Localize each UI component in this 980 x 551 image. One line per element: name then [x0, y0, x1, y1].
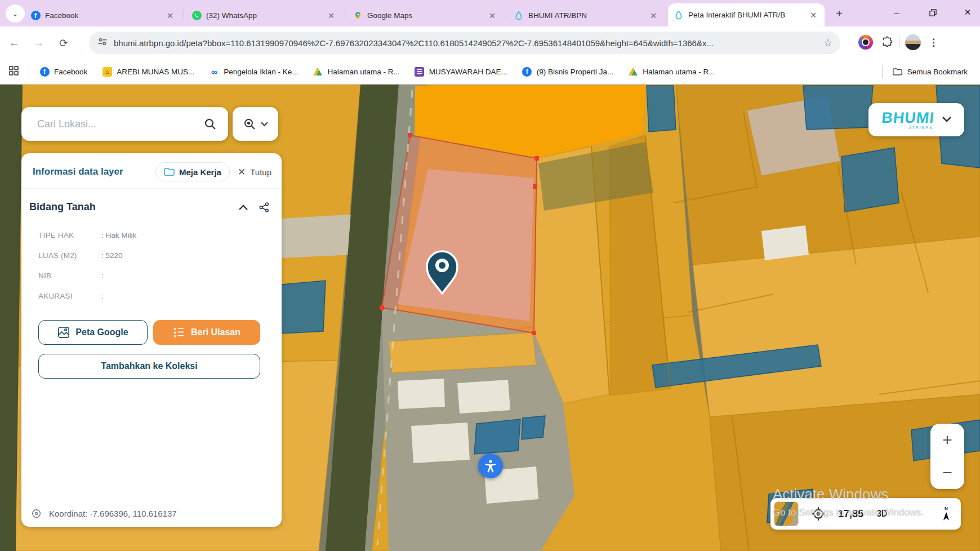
extensions-puzzle-icon[interactable] [881, 35, 893, 50]
zoom-out-button[interactable]: − [930, 456, 964, 489]
tab-peta-interaktif-active[interactable]: Peta Interaktif BHUMI ATR/B ✕ [668, 3, 825, 26]
folder-icon [893, 66, 903, 77]
tab-google-maps[interactable]: Google Maps ✕ [347, 5, 504, 26]
beri-ulasan-button[interactable]: Beri Ulasan [153, 320, 260, 345]
bookmark-bisnis-properti[interactable]: f (9) Bisnis Properti Ja... [522, 66, 614, 77]
bookmark-arebi[interactable]: ⌂ AREBI MUNAS MUS... [102, 66, 194, 77]
tab-search-button[interactable]: ⌄ [6, 5, 25, 23]
parcel[interactable] [280, 214, 357, 258]
field-row: TIPE HAK : Hak Milik [38, 231, 282, 239]
profile-avatar[interactable] [905, 34, 921, 50]
browser-toolbar: ← → ⟳ bhumi.atrbpn.go.id/peta?bbox=110.6… [0, 26, 980, 59]
parcel-fields: TIPE HAK : Hak Milik LUAS (M2) : 5220 NI… [21, 216, 282, 312]
tab-close-icon[interactable]: ✕ [648, 10, 659, 21]
location-search-box[interactable] [21, 107, 228, 141]
parcel[interactable] [398, 379, 445, 409]
chevron-down-icon [261, 122, 268, 127]
blue-parcel[interactable] [803, 86, 873, 130]
zoom-control: + − [930, 424, 964, 489]
3d-mode-button[interactable]: 3D [877, 508, 887, 519]
parcel-vertex-handle[interactable] [380, 305, 384, 310]
tab-close-icon[interactable]: ✕ [808, 10, 819, 21]
parcel[interactable] [457, 380, 510, 414]
tab-strip: ⌄ f Facebook ✕ (32) WhatsApp ✕ [0, 0, 980, 26]
review-stars-icon [173, 327, 185, 338]
bookmark-pengelola-iklan[interactable]: ∞ Pengelola Iklan - Ke... [209, 66, 298, 77]
search-mode-dropdown[interactable] [233, 107, 278, 141]
tab-title: Facebook [45, 11, 160, 20]
bookmark-label: Halaman utama - R... [643, 68, 715, 76]
compass-icon[interactable]: N [941, 505, 952, 522]
site-settings-icon[interactable] [97, 36, 108, 50]
parcel[interactable] [761, 225, 809, 260]
search-icon[interactable] [203, 117, 217, 131]
collapse-chevron-up-icon[interactable] [239, 205, 248, 210]
bhumi-layer-switcher[interactable]: BHUMI ATR/BPN [868, 103, 964, 136]
field-row: LUAS (M2) : 5220 [38, 251, 282, 260]
apps-grid-icon[interactable] [9, 66, 19, 77]
bookmark-label: (9) Bisnis Properti Ja... [537, 68, 614, 76]
tab-close-icon[interactable]: ✕ [164, 10, 176, 21]
meja-kerja-button[interactable]: Meja Kerja [155, 162, 230, 181]
parcel[interactable] [411, 423, 470, 463]
parcel-vertex-handle[interactable] [532, 331, 536, 335]
tab-close-icon[interactable]: ✕ [326, 10, 337, 21]
blue-parcel[interactable] [647, 86, 676, 132]
whatsapp-icon [191, 11, 202, 21]
address-bar[interactable]: bhumi.atrbpn.go.id/peta?bbox=110.6131990… [89, 32, 840, 54]
reload-icon[interactable]: ⟳ [53, 32, 74, 54]
field-label: TIPE HAK [38, 231, 101, 239]
field-value: : 5220 [101, 251, 123, 260]
new-tab-button[interactable]: + [832, 7, 846, 20]
bookmark-facebook[interactable]: f Facebook [39, 66, 87, 77]
svg-text:N: N [945, 506, 948, 511]
info-data-layer-panel: Informasi data layer Meja Kerja ✕ Tutup … [21, 153, 282, 527]
map-canvas[interactable]: Informasi data layer Meja Kerja ✕ Tutup … [0, 85, 980, 551]
arebi-icon: ⌂ [102, 66, 112, 77]
bookmark-halaman-utama-1[interactable]: Halaman utama - R... [313, 66, 399, 77]
share-icon[interactable] [259, 202, 269, 212]
locate-me-icon[interactable] [811, 506, 826, 521]
all-bookmarks-button[interactable]: Semua Bookmark [893, 66, 968, 77]
tab-separator [506, 9, 506, 20]
forward-icon[interactable]: → [28, 32, 50, 54]
url-text[interactable]: bhumi.atrbpn.go.id/peta?bbox=110.6131990… [114, 38, 823, 48]
parcel-vertex-handle[interactable] [408, 133, 412, 137]
blue-parcel[interactable] [279, 281, 326, 334]
parcel-vertex-handle[interactable] [534, 156, 539, 161]
restore-button[interactable] [917, 0, 948, 25]
camera-extension-icon[interactable] [858, 35, 873, 50]
tab-whatsapp[interactable]: (32) WhatsApp ✕ [186, 5, 342, 26]
peta-google-button[interactable]: Peta Google [38, 320, 148, 345]
field-value: : [101, 272, 104, 280]
tab-bhumi[interactable]: BHUMI ATR/BPN ✕ [508, 5, 665, 26]
back-icon[interactable]: ← [3, 32, 25, 54]
tab-facebook[interactable]: f Facebook ✕ [25, 5, 181, 26]
facebook-icon: f [39, 66, 50, 77]
basemap-thumbnail[interactable] [774, 501, 799, 526]
field-value: : Hak Milik [101, 231, 136, 239]
facebook-icon: f [30, 11, 41, 21]
close-panel-button[interactable]: ✕ Tutup [238, 166, 271, 178]
chevron-down-icon [942, 117, 951, 123]
parcel-vertex-handle[interactable] [533, 184, 537, 189]
zoom-in-button[interactable]: + [930, 424, 964, 456]
selected-parcel[interactable] [382, 135, 537, 333]
tab-close-icon[interactable]: ✕ [487, 10, 498, 21]
bookmark-halaman-utama-2[interactable]: Halaman utama - R... [628, 66, 715, 77]
blue-parcel[interactable] [522, 416, 545, 439]
tab-separator [345, 9, 345, 20]
blue-parcel[interactable] [841, 148, 899, 212]
google-maps-icon [353, 11, 363, 21]
accessibility-button[interactable] [478, 454, 503, 478]
close-window-button[interactable]: ✕ [952, 0, 980, 25]
button-label: Peta Google [75, 327, 128, 337]
bookmark-musyawarah[interactable]: ☰ MUSYAWARAH DAE... [415, 66, 507, 77]
minimize-button[interactable]: – [881, 0, 912, 25]
bookmark-star-icon[interactable]: ☆ [823, 37, 832, 49]
search-input[interactable] [36, 118, 203, 131]
tambahkan-ke-koleksi-button[interactable]: Tambahkan ke Koleksi [38, 354, 260, 379]
parcel[interactable] [693, 237, 980, 417]
kebab-menu-icon[interactable]: ⋮ [929, 37, 938, 48]
blue-parcel[interactable] [474, 419, 520, 454]
